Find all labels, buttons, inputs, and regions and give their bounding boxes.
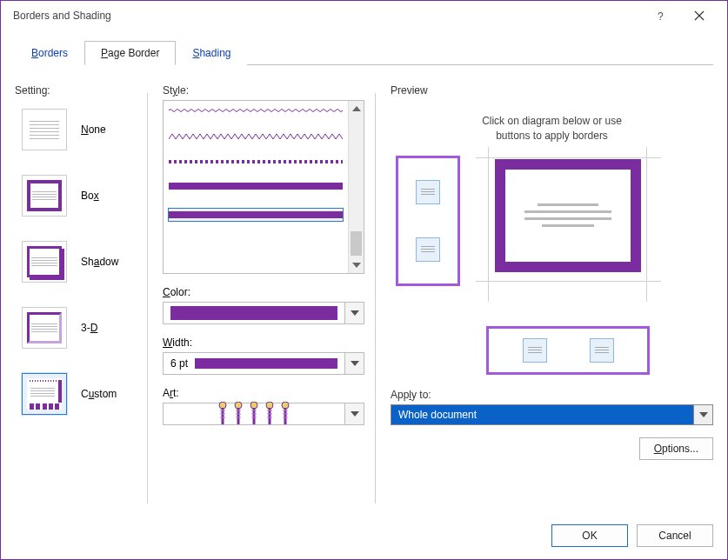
- svg-point-3: [250, 402, 257, 409]
- setting-thumb-custom: [22, 373, 67, 415]
- color-label: Color:: [163, 286, 364, 298]
- setting-thumb-none: [22, 109, 67, 150]
- feather-icon: [249, 402, 259, 426]
- border-bottom-button[interactable]: [416, 237, 440, 262]
- border-left-button[interactable]: [523, 338, 547, 363]
- setting-option-label: Custom: [81, 388, 117, 400]
- setting-thumb-3d: [22, 307, 67, 349]
- style-list: [164, 101, 348, 273]
- preview-hint: Click on diagram below or use buttons to…: [391, 114, 713, 143]
- setting-option-label: Shadow: [81, 256, 118, 268]
- style-scrollbar[interactable]: [348, 101, 364, 273]
- style-item-wave-thin[interactable]: [169, 108, 343, 113]
- ok-button[interactable]: OK: [551, 524, 628, 547]
- feather-icon: [233, 402, 244, 426]
- titlebar: Borders and Shading ?: [1, 1, 727, 30]
- guide: [646, 147, 647, 302]
- tab-strip: Borders Page Border Shading: [1, 30, 727, 65]
- tab-page-border[interactable]: Page Border: [84, 41, 176, 65]
- width-combobox[interactable]: 6 pt: [163, 352, 364, 375]
- setting-thumb-box: [22, 175, 67, 217]
- preview-label: Preview: [391, 84, 713, 97]
- preview-page[interactable]: [495, 159, 641, 272]
- setting-option-shadow[interactable]: Shadow: [22, 241, 137, 283]
- preview-panel: Preview Click on diagram below or use bu…: [391, 84, 713, 460]
- chevron-down-icon: [344, 303, 364, 323]
- style-item-zigzag[interactable]: [169, 132, 343, 141]
- close-button[interactable]: [680, 3, 718, 29]
- width-label: Width:: [163, 337, 364, 349]
- svg-point-5: [282, 402, 289, 409]
- svg-point-1: [219, 402, 226, 409]
- color-combobox[interactable]: [163, 302, 364, 324]
- dialog-footer: OK Cancel: [551, 524, 713, 547]
- scroll-down-button[interactable]: [349, 257, 364, 273]
- border-top-button[interactable]: [416, 180, 440, 204]
- width-swatch: [195, 358, 337, 369]
- feather-icon: [217, 402, 228, 426]
- style-item-solid-thick[interactable]: [169, 183, 343, 190]
- chevron-down-icon: [344, 353, 364, 374]
- scroll-track[interactable]: [349, 117, 364, 257]
- window-title: Borders and Shading: [10, 10, 642, 22]
- style-label: Style:: [163, 84, 364, 97]
- divider: [375, 93, 376, 503]
- style-listbox[interactable]: [163, 100, 364, 274]
- apply-to-value: Whole document: [398, 409, 477, 421]
- preview-vertical-border-buttons: [396, 156, 460, 286]
- divider: [147, 93, 148, 503]
- svg-point-2: [235, 402, 242, 409]
- setting-option-label: 3-D: [81, 322, 97, 334]
- scroll-up-button[interactable]: [349, 101, 364, 117]
- width-value: 6 pt: [170, 357, 188, 370]
- cancel-button[interactable]: Cancel: [637, 524, 713, 547]
- art-preview: [164, 403, 344, 424]
- preview-horizontal-border-buttons: [486, 326, 650, 375]
- art-combobox[interactable]: [163, 403, 364, 425]
- color-swatch: [170, 306, 337, 320]
- art-label: Art:: [163, 387, 364, 399]
- chevron-down-icon: [344, 403, 364, 424]
- apply-to-label: Apply to:: [391, 389, 713, 401]
- apply-to-combobox[interactable]: Whole document: [391, 404, 713, 425]
- setting-label: Setting:: [15, 84, 137, 97]
- setting-option-none[interactable]: None: [22, 109, 137, 150]
- setting-option-3d[interactable]: 3-D: [22, 307, 137, 349]
- setting-option-label: Box: [81, 190, 99, 202]
- setting-option-box[interactable]: Box: [22, 175, 137, 217]
- style-item-dash-thick[interactable]: [169, 160, 343, 163]
- svg-text:?: ?: [658, 10, 664, 22]
- style-item-solid-thick-selected[interactable]: [169, 209, 343, 221]
- setting-panel: Setting: None Box Shadow: [15, 84, 137, 439]
- tab-borders[interactable]: Borders: [15, 41, 84, 65]
- chevron-down-icon: [693, 405, 712, 424]
- setting-thumb-shadow: [22, 241, 67, 283]
- border-right-button[interactable]: [590, 338, 614, 363]
- guide: [488, 147, 489, 302]
- apply-to-section: Apply to: Whole document: [391, 389, 713, 425]
- guide: [476, 157, 661, 158]
- tab-shading[interactable]: Shading: [176, 41, 247, 65]
- dialog-borders-and-shading: Borders and Shading ? Borders Page Borde…: [0, 0, 728, 560]
- preview-stage: [391, 150, 713, 316]
- setting-option-label: None: [81, 123, 106, 136]
- feather-icon: [280, 402, 291, 426]
- options-button[interactable]: Options...: [639, 437, 713, 460]
- guide: [476, 281, 661, 282]
- svg-point-4: [266, 402, 273, 409]
- scroll-thumb[interactable]: [351, 231, 362, 256]
- style-panel: Style:: [163, 84, 364, 425]
- help-button[interactable]: ?: [642, 3, 680, 29]
- feather-icon: [264, 402, 275, 426]
- setting-option-custom[interactable]: Custom: [22, 373, 137, 415]
